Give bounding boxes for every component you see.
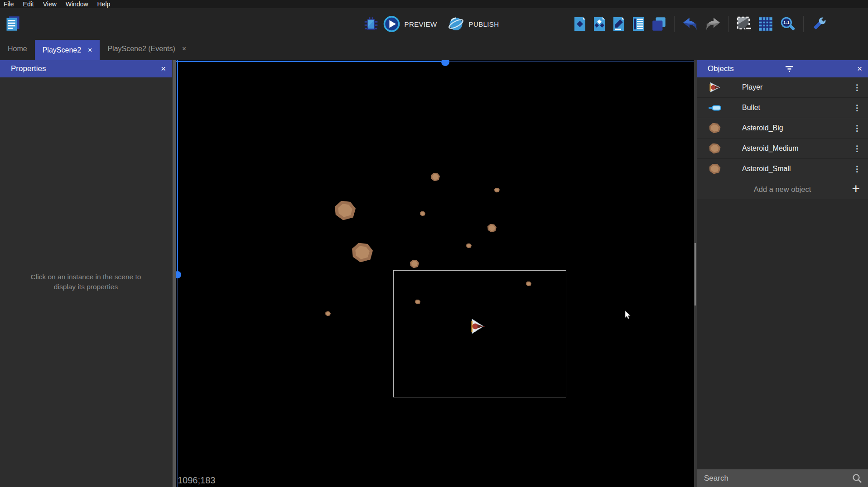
objects-panel: Objects × <box>697 60 868 487</box>
bullet-icon <box>708 105 722 111</box>
asteroid-instance-small[interactable] <box>420 211 425 216</box>
asteroid-instance-small[interactable] <box>325 311 331 316</box>
undo-icon[interactable] <box>682 17 699 31</box>
app-window: File Edit View Window Help <box>0 0 868 487</box>
asteroid-instance-big[interactable] <box>335 201 356 220</box>
objects-panel-title: Objects <box>708 64 734 73</box>
object-menu-icon[interactable]: ⋮ <box>853 124 861 132</box>
menu-view[interactable]: View <box>39 0 61 8</box>
mouse-cursor-icon <box>625 310 631 320</box>
canvas-v-scroll-thumb[interactable] <box>176 271 181 278</box>
properties-panel-header: Properties × <box>0 60 172 77</box>
redo-icon[interactable] <box>704 17 721 31</box>
close-icon[interactable]: × <box>161 64 166 74</box>
object-name: Asteroid_Small <box>742 165 791 173</box>
layers-icon[interactable] <box>631 16 646 32</box>
objects-panel-header: Objects × <box>697 60 868 77</box>
main-area: Properties × Click on an instance in the… <box>0 60 868 487</box>
toolbar-separator <box>674 16 675 32</box>
instances-list-icon[interactable] <box>651 16 667 32</box>
object-name: Player <box>742 83 762 91</box>
canvas-h-scrollbar[interactable] <box>176 61 441 62</box>
publish-globe-icon[interactable] <box>447 15 464 33</box>
filter-icon[interactable] <box>785 66 795 72</box>
object-name: Bullet <box>742 104 760 112</box>
object-row-asteroid-big[interactable]: Asteroid_Big ⋮ <box>697 118 868 138</box>
deselect-icon[interactable] <box>736 16 752 32</box>
tab-home[interactable]: Home <box>0 40 35 58</box>
object-menu-icon[interactable]: ⋮ <box>853 145 861 153</box>
properties-panel-title: Properties <box>11 64 46 73</box>
object-row-bullet[interactable]: Bullet ⋮ <box>697 98 868 118</box>
toolbar-center-group: PREVIEW PUBLISH <box>363 8 506 40</box>
debug-icon[interactable] <box>363 16 379 32</box>
object-row-asteroid-medium[interactable]: Asteroid_Medium ⋮ <box>697 138 868 159</box>
canvas-h-scroll-thumb[interactable] <box>441 60 449 66</box>
tab-playscene2[interactable]: PlayScene2 × <box>35 40 100 60</box>
menu-window[interactable]: Window <box>61 0 93 8</box>
objects-panel-filler <box>697 199 868 469</box>
asteroid-icon <box>708 164 722 174</box>
menu-bar: File Edit View Window Help <box>0 0 868 8</box>
object-row-asteroid-small[interactable]: Asteroid_Small ⋮ <box>697 159 868 179</box>
canvas-v-scrollbar[interactable] <box>177 60 178 277</box>
object-menu-icon[interactable]: ⋮ <box>853 165 861 173</box>
properties-empty-message: Click on an instance in the scene to dis… <box>0 272 172 292</box>
add-object-label: Add a new object <box>697 185 868 194</box>
asteroid-instance-big[interactable] <box>352 243 373 263</box>
scene-canvas[interactable]: 1096;183 <box>176 60 694 487</box>
tab-label: Home <box>8 45 27 53</box>
object-name: Asteroid_Medium <box>742 144 799 153</box>
objects-editor-icon[interactable] <box>592 16 607 32</box>
scene-properties-icon[interactable] <box>573 16 587 32</box>
menu-file[interactable]: File <box>4 0 19 8</box>
preview-play-icon[interactable] <box>383 15 400 33</box>
settings-wrench-icon[interactable] <box>811 16 827 32</box>
cursor-coordinates: 1096;183 <box>178 475 215 486</box>
close-icon[interactable]: × <box>857 64 862 74</box>
svg-text:1:1: 1:1 <box>783 20 789 25</box>
object-name: Asteroid_Big <box>742 124 783 132</box>
menu-edit[interactable]: Edit <box>19 0 39 8</box>
publish-button[interactable]: PUBLISH <box>468 20 499 28</box>
object-menu-icon[interactable]: ⋮ <box>853 104 861 112</box>
asteroid-instance-small[interactable] <box>494 188 500 193</box>
tab-label: PlayScene2 (Events) <box>107 45 175 53</box>
search-icon[interactable] <box>852 473 863 484</box>
canvas-h-scrollbar-track[interactable] <box>441 61 694 62</box>
properties-panel: Properties × Click on an instance in the… <box>0 60 172 487</box>
panel-divider[interactable] <box>694 60 697 487</box>
player-ship-icon <box>708 82 722 93</box>
zoom-1-1-icon[interactable]: 1:1 <box>779 15 796 33</box>
asteroid-instance-medium[interactable] <box>410 260 419 268</box>
plus-icon[interactable]: + <box>852 181 860 196</box>
toolbar: PREVIEW PUBLISH <box>0 8 868 40</box>
properties-scrollbar[interactable] <box>172 60 176 487</box>
asteroid-icon <box>708 123 722 134</box>
search-input[interactable] <box>703 473 852 483</box>
asteroid-instance-medium[interactable] <box>431 173 440 181</box>
grid-icon[interactable] <box>757 16 774 32</box>
object-menu-icon[interactable]: ⋮ <box>853 84 861 91</box>
toolbar-right-group: 1:1 <box>573 8 827 40</box>
project-manager-icon[interactable] <box>5 14 21 33</box>
tab-bar: Home PlayScene2 × PlayScene2 (Events) × <box>0 40 868 60</box>
menu-help[interactable]: Help <box>93 0 115 8</box>
player-instance[interactable] <box>469 318 485 334</box>
tab-close-icon[interactable]: × <box>88 47 92 54</box>
canvas-v-scrollbar-track[interactable] <box>177 277 178 487</box>
asteroid-instance-medium[interactable] <box>487 224 497 233</box>
toolbar-separator <box>728 16 729 32</box>
toolbar-separator <box>803 16 804 32</box>
scene-edit-icon[interactable] <box>612 16 626 32</box>
tab-playscene2-events[interactable]: PlayScene2 (Events) × <box>100 40 194 58</box>
add-object-row[interactable]: Add a new object + <box>697 179 868 199</box>
objects-search-bar <box>697 469 868 487</box>
asteroid-icon <box>708 143 722 154</box>
asteroid-instance-small[interactable] <box>466 244 472 248</box>
tab-close-icon[interactable]: × <box>182 45 186 53</box>
preview-button[interactable]: PREVIEW <box>405 20 437 28</box>
tab-label: PlayScene2 <box>43 46 81 54</box>
divider-scroll-thumb[interactable] <box>694 243 696 306</box>
object-row-player[interactable]: Player ⋮ <box>697 77 868 98</box>
